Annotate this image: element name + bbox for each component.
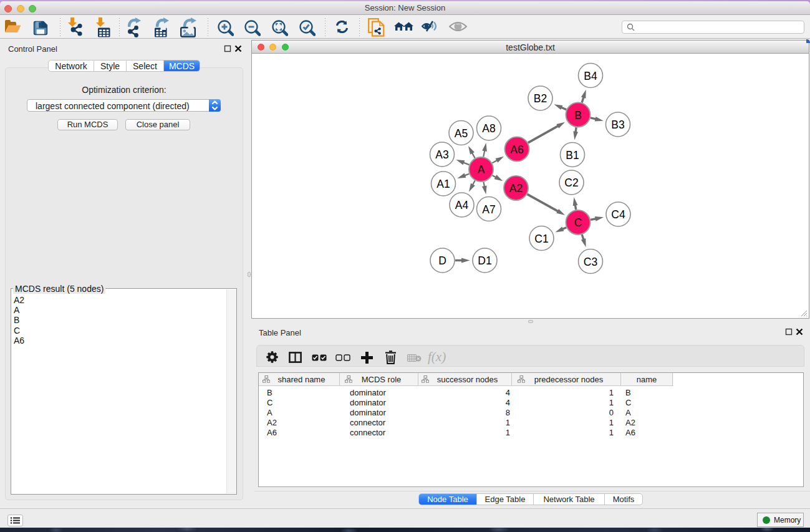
svg-text:A5: A5 — [455, 127, 468, 140]
svg-text:A2: A2 — [509, 182, 523, 195]
svg-text:A1: A1 — [436, 178, 450, 190]
svg-text:B: B — [574, 109, 582, 122]
svg-text:A7: A7 — [482, 203, 495, 216]
svg-text:B3: B3 — [611, 118, 624, 131]
svg-text:A4: A4 — [455, 199, 469, 211]
svg-text:D1: D1 — [478, 254, 491, 267]
svg-text:A6: A6 — [510, 143, 523, 156]
svg-text:B2: B2 — [534, 92, 547, 105]
svg-text:C: C — [574, 216, 582, 229]
svg-text:B1: B1 — [566, 149, 579, 162]
svg-text:D: D — [438, 254, 446, 267]
svg-text:C2: C2 — [564, 177, 578, 189]
svg-text:A8: A8 — [482, 122, 495, 135]
svg-text:B4: B4 — [584, 70, 597, 82]
svg-text:C3: C3 — [584, 256, 597, 268]
svg-text:A3: A3 — [435, 148, 448, 161]
svg-text:C4: C4 — [611, 208, 625, 221]
svg-text:C1: C1 — [534, 233, 548, 245]
svg-text:A: A — [478, 163, 485, 176]
